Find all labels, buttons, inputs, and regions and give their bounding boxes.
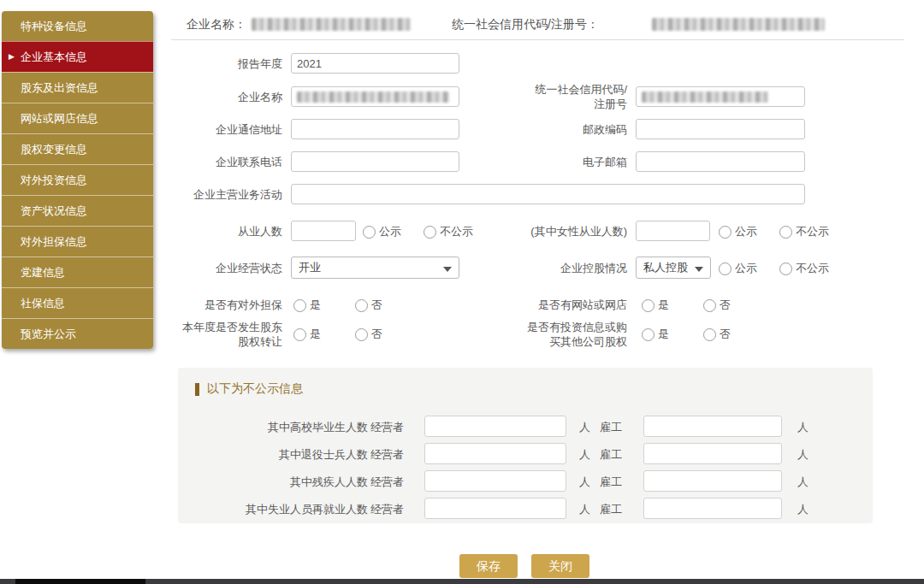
female-employees-not-public-radio[interactable] (779, 226, 792, 239)
employee-label: 雇工 (600, 502, 622, 517)
holding-publicity-radio-group: 公示 不公示 (719, 261, 829, 276)
employees-public-radio[interactable] (363, 226, 376, 239)
non-public-heading-text: 以下为不公示信息 (207, 381, 303, 397)
sidebar-item-party-building[interactable]: 党建信息 (2, 257, 153, 287)
equity-transfer-no-radio[interactable] (355, 328, 368, 341)
chevron-down-icon (443, 267, 452, 272)
sidebar-item-social-security[interactable]: 社保信息 (2, 287, 153, 318)
unit-label: 人 (797, 502, 808, 517)
company-name-input[interactable] (291, 86, 459, 107)
public-option-label: 公示 (735, 261, 757, 276)
veterans-operator-input[interactable] (424, 443, 566, 464)
investment-no-radio[interactable] (703, 328, 716, 341)
operator-label: 经营者 (370, 502, 404, 517)
disabled-label: 其中残疾人人数 (197, 475, 368, 490)
sidebar-item-special-equipment[interactable]: 特种设备信息 (2, 11, 153, 41)
holding-not-public-radio[interactable] (779, 263, 792, 275)
yes-option-label: 是 (658, 298, 669, 313)
credit-code-masked-value (642, 91, 768, 103)
sidebar-item-equity-change[interactable]: 股权变更信息 (2, 133, 153, 164)
yes-option-label: 是 (310, 327, 321, 342)
header-divider (171, 39, 904, 40)
postcode-input[interactable] (636, 119, 805, 139)
website-yes-radio[interactable] (642, 299, 654, 312)
website-no-radio[interactable] (703, 299, 716, 312)
guarantee-yes-radio[interactable] (293, 299, 306, 312)
veterans-employee-input[interactable] (643, 443, 782, 464)
sidebar-item-shareholders[interactable]: 股东及出资信息 (2, 72, 153, 103)
holding-public-radio[interactable] (719, 263, 732, 275)
header-credit-code-label: 统一社会信用代码/注册号： (452, 17, 599, 32)
annual-report-form-page: 特种设备信息 ▶企业基本信息 股东及出资信息 网站或网店信息 股权变更信息 对外… (0, 0, 924, 584)
operator-label: 经营者 (370, 447, 404, 463)
sidebar-nav: 特种设备信息 ▶企业基本信息 股东及出资信息 网站或网店信息 股权变更信息 对外… (2, 11, 153, 349)
employees-label: 从业人数 (171, 224, 282, 239)
sidebar-item-guarantee[interactable]: 对外担保信息 (2, 226, 153, 257)
sidebar-item-investment[interactable]: 对外投资信息 (2, 164, 153, 195)
unit-label: 人 (797, 420, 808, 435)
sidebar-item-label: 特种设备信息 (21, 20, 87, 32)
close-button[interactable]: 关闭 (531, 554, 589, 578)
disabled-employee-input[interactable] (643, 470, 782, 492)
employees-input[interactable] (291, 221, 356, 241)
footer-logo-block (15, 579, 145, 584)
active-arrow-icon: ▶ (9, 42, 15, 72)
graduates-label: 其中高校毕业生人数 (197, 420, 368, 435)
employees-publicity-radio-group: 公示 不公示 (363, 224, 473, 239)
female-employees-public-radio[interactable] (719, 226, 732, 239)
not-public-option-label: 不公示 (796, 224, 829, 239)
non-public-info-section: 以下为不公示信息 其中高校毕业生人数 经营者 人 雇工 人 其中退役士兵人数 经… (178, 368, 873, 523)
sidebar-item-preview-publish[interactable]: 预览并公示 (2, 318, 153, 349)
business-status-select[interactable]: 开业 (291, 257, 459, 279)
has-investment-label-line2: 买其他公司股权 (549, 335, 627, 348)
main-business-input[interactable] (291, 184, 805, 204)
credit-code-label: 统一社会信用代码/ 注册号 (496, 82, 627, 111)
guarantee-no-radio[interactable] (355, 299, 368, 312)
save-button[interactable]: 保存 (459, 554, 518, 578)
phone-input[interactable] (291, 151, 459, 172)
equity-transfer-label-line2: 股权转让 (238, 335, 282, 348)
address-input[interactable] (291, 119, 459, 139)
phone-label: 企业联系电话 (171, 155, 282, 169)
public-option-label: 公示 (379, 224, 401, 239)
email-label: 电子邮箱 (496, 155, 627, 169)
has-guarantee-label: 是否有对外担保 (171, 298, 282, 312)
equity-transfer-label-line1: 本年度是否发生股东 (182, 321, 282, 333)
unit-label: 人 (579, 475, 590, 490)
reemployed-operator-input[interactable] (424, 498, 566, 519)
graduates-operator-input[interactable] (424, 416, 566, 437)
investment-yes-radio[interactable] (642, 328, 654, 341)
equity-transfer-radio-group: 是 否 (293, 327, 382, 342)
no-option-label: 否 (720, 298, 731, 313)
unit-label: 人 (579, 502, 590, 517)
sidebar-item-basic-info[interactable]: ▶企业基本信息 (2, 41, 153, 72)
equity-transfer-yes-radio[interactable] (293, 328, 306, 341)
credit-code-input[interactable] (636, 86, 805, 107)
employee-label: 雇工 (600, 420, 622, 435)
has-investment-radio-group: 是 否 (642, 327, 731, 342)
has-guarantee-radio-group: 是 否 (293, 298, 382, 313)
employee-label: 雇工 (600, 475, 622, 490)
email-input[interactable] (636, 151, 805, 172)
unit-label: 人 (579, 420, 590, 435)
header-company-name-masked-value (252, 18, 411, 31)
reemployed-label: 其中失业人员再就业人数 (197, 502, 368, 517)
sidebar-item-website[interactable]: 网站或网店信息 (2, 103, 153, 133)
has-website-radio-group: 是 否 (642, 298, 731, 313)
no-option-label: 否 (720, 327, 731, 342)
company-name-masked-value (297, 91, 449, 103)
not-public-option-label: 不公示 (796, 261, 829, 276)
disabled-operator-input[interactable] (424, 470, 566, 492)
report-year-label: 报告年度 (171, 56, 282, 71)
reemployed-employee-input[interactable] (643, 498, 782, 519)
business-status-selected-value: 开业 (299, 261, 321, 274)
operator-label: 经营者 (370, 420, 404, 435)
sidebar-item-assets[interactable]: 资产状况信息 (2, 195, 153, 226)
report-year-input[interactable] (291, 53, 459, 74)
female-employees-input[interactable] (636, 221, 710, 241)
unit-label: 人 (579, 447, 590, 463)
credit-code-label-line1: 统一社会信用代码/ (535, 83, 627, 96)
employees-not-public-radio[interactable] (424, 226, 436, 239)
holding-status-select[interactable]: 私人控股 (636, 257, 711, 279)
graduates-employee-input[interactable] (643, 416, 782, 437)
